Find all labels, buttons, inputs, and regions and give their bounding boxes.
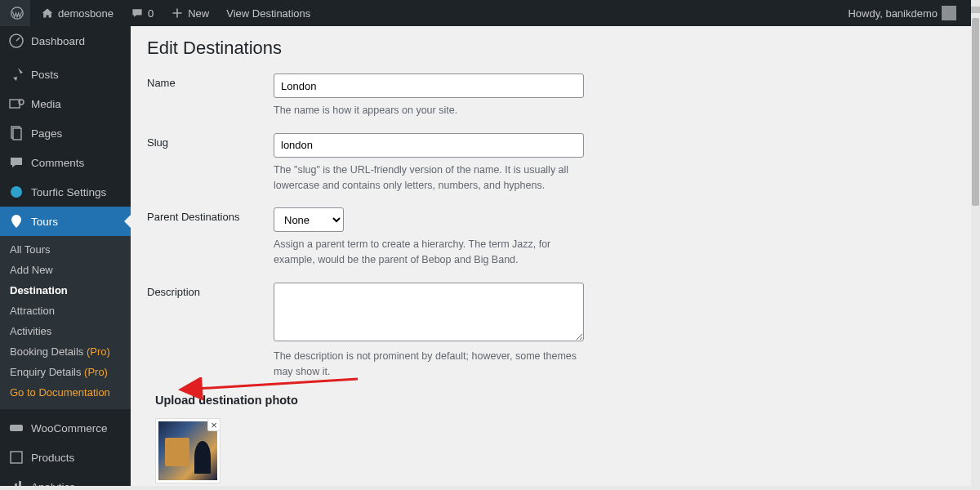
menu-tours-label: Tours [31,216,58,228]
svg-rect-10 [15,483,17,486]
site-name: demosbone [58,7,114,20]
analytics-icon [8,479,24,486]
sub-destination[interactable]: Destination [0,280,131,301]
tourfic-icon [8,184,24,200]
slug-label: Slug [147,133,274,194]
products-icon [8,449,24,466]
admin-bar: demosbone 0 New View Destinations Howdy,… [0,0,971,26]
menu-media[interactable]: Media [0,89,131,118]
photo-thumb[interactable]: × [155,418,220,483]
svg-rect-11 [19,481,21,486]
menu-dashboard[interactable]: Dashboard [0,26,131,56]
menu-tours[interactable]: Tours [0,207,131,236]
menu-analytics[interactable]: Analytics [0,472,131,486]
page-title: Edit Destinations [147,26,955,74]
menu-dashboard-label: Dashboard [31,35,85,47]
menu-comments-label: Comments [31,157,84,169]
svg-rect-5 [13,128,21,140]
menu-tourfic-label: Tourfic Settings [31,186,106,198]
pro-badge: (Pro) [87,345,110,358]
wp-logo[interactable] [0,0,30,26]
menu-woocommerce[interactable]: WooCommerce [0,413,131,443]
plus-icon [171,7,184,20]
wordpress-icon [11,7,24,20]
remove-photo-button[interactable]: × [207,418,220,431]
sub-docs[interactable]: Go to Documentation [0,382,131,403]
pro-badge: (Pro) [84,366,108,378]
description-help: The description is not prominent by defa… [274,349,584,380]
bottombar [0,486,971,490]
sub-booking-label: Booking Details [10,345,87,358]
media-icon [8,96,24,112]
menu-media-label: Media [31,98,61,110]
parent-label: Parent Destinations [147,207,274,268]
new-label: New [188,7,209,20]
woo-icon [8,420,24,436]
menu-woo-label: WooCommerce [31,422,108,434]
svg-rect-7 [10,425,23,431]
tours-icon [8,213,24,229]
view-destinations-link[interactable]: View Destinations [216,0,317,26]
pin-icon [8,66,24,82]
svg-rect-8 [11,452,22,463]
sub-all-tours[interactable]: All Tours [0,239,131,260]
parent-select[interactable]: None [274,207,344,232]
home-icon [41,7,54,20]
admin-menu: Dashboard Posts Media Pages Comments Tou… [0,26,131,486]
dashboard-icon [8,33,24,49]
slug-help: The "slug" is the URL-friendly version o… [274,163,584,194]
page-icon [8,125,24,141]
sub-add-new[interactable]: Add New [0,260,131,280]
new-content-link[interactable]: New [160,0,216,26]
sub-booking[interactable]: Booking Details (Pro) [0,341,131,362]
site-name-link[interactable]: demosbone [30,0,120,26]
content-area: Edit Destinations Name The name is how i… [131,26,971,486]
menu-products-label: Products [31,452,74,464]
svg-point-6 [11,186,22,198]
description-label: Description [147,283,274,380]
howdy-text: Howdy, banikdemo [848,7,938,20]
menu-analytics-label: Analytics [31,481,75,487]
view-label: View Destinations [226,7,310,20]
sub-enquiry-label: Enquiry Details [10,366,84,378]
menu-posts-label: Posts [31,69,59,81]
menu-products[interactable]: Products [0,443,131,472]
comments-link[interactable]: 0 [120,0,160,26]
upload-title: Upload destination photo [155,394,947,407]
sub-activities[interactable]: Activities [0,321,131,341]
avatar [942,6,956,20]
scrollbar[interactable] [971,0,980,490]
name-help: The name is how it appears on your site. [274,103,584,118]
description-textarea[interactable] [274,283,584,341]
account-link[interactable]: Howdy, banikdemo [837,0,960,26]
menu-pages-label: Pages [31,127,62,140]
slug-input[interactable] [274,133,584,158]
name-label: Name [147,74,274,118]
tours-submenu: All Tours Add New Destination Attraction… [0,236,131,409]
svg-rect-2 [10,100,20,108]
menu-tourfic[interactable]: Tourfic Settings [0,177,131,207]
scrollbar-thumb[interactable] [972,18,979,206]
comments-icon [8,154,24,171]
menu-comments[interactable]: Comments [0,148,131,177]
close-icon: × [211,419,217,431]
comments-count: 0 [148,7,154,20]
menu-pages[interactable]: Pages [0,118,131,148]
sub-attraction[interactable]: Attraction [0,301,131,321]
sub-enquiry[interactable]: Enquiry Details (Pro) [0,362,131,382]
comment-icon [131,7,144,20]
menu-posts[interactable]: Posts [0,60,131,89]
parent-help: Assign a parent term to create a hierarc… [274,237,584,268]
name-input[interactable] [274,74,584,98]
